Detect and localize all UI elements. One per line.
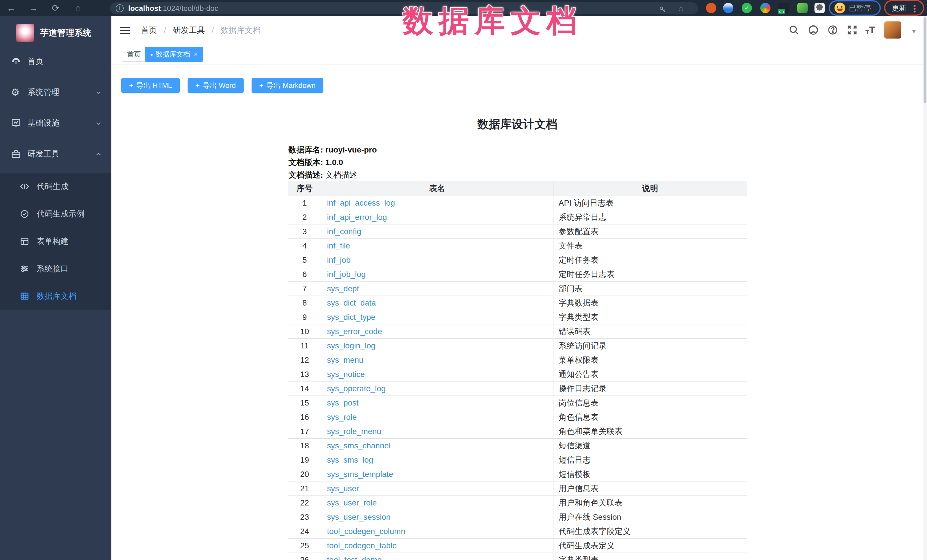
table-name-link[interactable]: tool_codegen_column: [327, 527, 405, 536]
table-name-link[interactable]: inf_job: [327, 256, 351, 264]
gear-icon: ⚙: [11, 87, 21, 97]
table-name-link[interactable]: sys_sms_template: [327, 470, 393, 479]
password-key-icon[interactable]: [659, 6, 666, 13]
table-name-link[interactable]: sys_sms_log: [327, 455, 373, 464]
row-number: 1: [288, 196, 321, 210]
sidebar-item-api[interactable]: 系统接口: [0, 255, 111, 282]
row-description: 用户信息表: [553, 481, 747, 496]
table-name-link[interactable]: sys_post: [327, 398, 359, 407]
row-number: 11: [288, 339, 321, 353]
export-html-button[interactable]: +导出 HTML: [122, 78, 179, 93]
row-number: 8: [288, 296, 321, 310]
url-text[interactable]: localhost:1024/tool/db-doc: [128, 2, 218, 14]
help-icon[interactable]: [827, 24, 839, 36]
fullscreen-icon[interactable]: [846, 24, 858, 36]
table-row: 16 sys_role 角色信息表: [288, 410, 747, 424]
page-scrollbar[interactable]: [923, 16, 927, 560]
extension-icon-1[interactable]: [706, 3, 716, 13]
sidebar-collapse-icon[interactable]: [120, 26, 130, 35]
table-name-link[interactable]: sys_dept: [327, 284, 359, 293]
table-row: 14 sys_operate_log 操作日志记录: [288, 381, 747, 396]
browser-back-icon[interactable]: ←: [4, 0, 18, 16]
table-name-link[interactable]: inf_config: [327, 227, 361, 236]
sidebar-item-label: 数据库文档: [36, 282, 76, 310]
sidebar-item-devtools[interactable]: 研发工具: [0, 138, 111, 169]
table-name-link[interactable]: inf_api_access_log: [327, 199, 395, 207]
extension-on-icon[interactable]: on: [778, 3, 789, 13]
tab-db-doc[interactable]: ●数据库文档×: [145, 47, 203, 62]
github-icon[interactable]: [808, 24, 819, 36]
sidebar-item-home[interactable]: 首页: [0, 46, 111, 77]
toolbox-icon: [11, 149, 21, 159]
app-logo-row[interactable]: 芋道管理系统: [0, 16, 111, 49]
extension-icon-4[interactable]: [797, 3, 808, 13]
avatar-caret-icon[interactable]: ▼: [911, 28, 917, 35]
table-grid-icon: [20, 291, 29, 301]
table-name-link[interactable]: sys_user_role: [327, 498, 377, 507]
table-name-link[interactable]: sys_role_menu: [327, 427, 381, 436]
row-number: 22: [288, 496, 321, 510]
sidebar-item-db-doc[interactable]: 数据库文档: [0, 282, 111, 310]
sidebar-item-codegen[interactable]: 代码生成: [0, 173, 111, 200]
export-markdown-button[interactable]: +导出 Markdown: [252, 78, 323, 93]
table-name-link[interactable]: sys_role: [327, 413, 357, 422]
browser-reload-icon[interactable]: ⟳: [49, 0, 63, 16]
main-area: 首页 / 研发工具 / 数据库文档 TT ▼ 首页 ●数据库文档×: [111, 16, 927, 560]
extension-icon-3[interactable]: [760, 3, 770, 13]
row-number: 15: [288, 396, 321, 410]
table-name-link[interactable]: sys_sms_channel: [327, 441, 391, 450]
table-name-link[interactable]: inf_job_log: [327, 270, 366, 279]
search-icon[interactable]: [788, 24, 799, 36]
site-info-icon[interactable]: i: [115, 4, 124, 12]
table-name-link[interactable]: sys_user: [327, 484, 359, 493]
table-row: 7 sys_dept 部门表: [288, 282, 747, 296]
scrollbar-thumb[interactable]: [924, 17, 926, 103]
table-name-link[interactable]: sys_menu: [327, 355, 363, 364]
table-row: 17 sys_role_menu 角色和菜单关联表: [288, 424, 747, 439]
sidebar-item-form-builder[interactable]: 表单构建: [0, 228, 111, 255]
export-word-button[interactable]: +导出 Word: [188, 78, 243, 93]
table-name-link[interactable]: sys_error_code: [327, 327, 382, 336]
sidebar-item-codegen-demo[interactable]: 代码生成示例: [0, 200, 111, 228]
row-description: 短信模板: [553, 467, 747, 481]
extensions-puzzle-icon[interactable]: [815, 3, 825, 13]
table-name-link[interactable]: sys_dict_type: [327, 313, 375, 322]
tab-home[interactable]: 首页: [122, 47, 146, 62]
table-name-link[interactable]: inf_file: [327, 241, 350, 250]
row-description: 字典类型表: [553, 310, 747, 325]
table-name-link[interactable]: inf_api_error_log: [327, 213, 387, 222]
table-header-row: 序号 表名 说明: [288, 181, 747, 196]
extension-icon-2[interactable]: [723, 3, 733, 13]
font-size-icon[interactable]: TT: [865, 24, 877, 36]
breadcrumb-devtools[interactable]: 研发工具: [173, 26, 205, 35]
tab-close-icon[interactable]: ×: [194, 51, 198, 58]
row-description: 系统异常日志: [553, 210, 747, 225]
row-description: 岗位信息表: [553, 396, 747, 410]
row-description: 参数配置表: [553, 225, 747, 239]
breadcrumb: 首页 / 研发工具 / 数据库文档: [141, 16, 261, 44]
row-number: 7: [288, 282, 321, 296]
bookmark-star-icon[interactable]: ☆: [678, 5, 685, 12]
table-name-link[interactable]: sys_user_session: [327, 513, 391, 521]
row-number: 18: [288, 439, 321, 453]
col-header-desc: 说明: [553, 181, 747, 196]
table-name-link[interactable]: sys_login_log: [327, 341, 375, 350]
table-name-link[interactable]: sys_operate_log: [327, 384, 386, 393]
breadcrumb-home[interactable]: 首页: [141, 26, 157, 35]
table-name-link[interactable]: sys_dict_data: [327, 298, 376, 307]
table-row: 15 sys_post 岗位信息表: [288, 396, 747, 410]
user-avatar[interactable]: [884, 21, 901, 39]
url-rest: :1024/tool/db-doc: [161, 4, 218, 12]
breadcrumb-separator: /: [211, 26, 214, 35]
sidebar-item-system[interactable]: ⚙ 系统管理: [0, 77, 111, 108]
table-name-link[interactable]: tool_test_demo: [327, 555, 381, 560]
extension-check-icon[interactable]: ✓: [742, 3, 752, 13]
browser-forward-icon[interactable]: →: [26, 0, 41, 16]
sidebar-item-label: 系统接口: [36, 255, 68, 282]
sidebar-item-infra[interactable]: 基础设施: [0, 108, 111, 138]
table-name-link[interactable]: sys_notice: [327, 370, 365, 379]
table-name-link[interactable]: tool_codegen_table: [327, 541, 397, 550]
browser-home-icon[interactable]: ⌂: [71, 0, 85, 16]
breadcrumb-separator: /: [164, 26, 166, 35]
doc-info-line: 文档描述: 文档描述: [289, 169, 377, 181]
